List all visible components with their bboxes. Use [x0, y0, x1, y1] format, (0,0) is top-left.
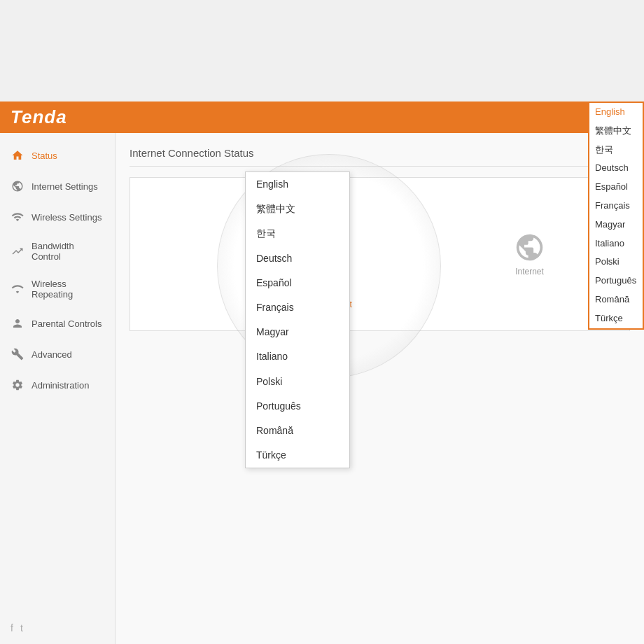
home-icon: [10, 148, 24, 162]
lang-option-romana-top[interactable]: Română: [589, 290, 643, 309]
sidebar-item-internet-settings[interactable]: Internet Settings: [0, 171, 115, 202]
lang-option-turkce-top[interactable]: Türkçe: [589, 309, 643, 328]
lang-option-english-top[interactable]: English: [589, 103, 643, 122]
lang-option-espanol-top[interactable]: Español: [589, 178, 643, 197]
language-dropdown-topright[interactable]: English 繁體中文 한국 Deutsch Español Français…: [588, 102, 644, 330]
lang-option-deutsch-top[interactable]: Deutsch: [589, 159, 643, 178]
lang-center-polski[interactable]: Polski: [246, 370, 349, 394]
sidebar-label-advanced: Advanced: [31, 349, 72, 360]
sidebar-nav: Status Internet Settings Wireless Settin…: [0, 140, 115, 400]
person-icon: [10, 316, 24, 330]
internet-icon-group: Internet: [514, 232, 545, 276]
logo: Tenda: [10, 106, 67, 128]
gear-icon: [10, 378, 24, 392]
sidebar-footer: f t: [0, 612, 115, 644]
content-title: Internet Connection Status: [130, 147, 630, 167]
internet-label: Internet: [515, 267, 544, 276]
lang-center-magyar[interactable]: Magyar: [246, 320, 349, 344]
lang-center-turkce[interactable]: Türkçe: [246, 443, 349, 468]
lang-option-italiano-top[interactable]: Italiano: [589, 234, 643, 253]
sidebar-label-administration: Administration: [31, 380, 89, 391]
sidebar-item-administration[interactable]: Administration: [0, 370, 115, 400]
signal-icon: [10, 282, 24, 296]
lang-option-korean-top[interactable]: 한국: [589, 141, 643, 160]
lang-option-polski-top[interactable]: Polski: [589, 253, 643, 272]
content-area: Internet Connection Status Disconnected …: [115, 133, 644, 644]
globe-internet-icon: [514, 232, 545, 263]
sidebar-item-bandwidth-control[interactable]: Bandwidth Control: [0, 232, 115, 270]
lang-center-espanol[interactable]: Español: [246, 271, 349, 295]
sidebar-label-status: Status: [31, 150, 57, 161]
sidebar-label-bandwidth: Bandwidth Control: [31, 241, 104, 262]
sidebar-label-parental: Parental Controls: [31, 318, 102, 329]
lang-option-magyar-top[interactable]: Magyar: [589, 216, 643, 234]
sidebar-label-repeating: Wireless Repeating: [31, 279, 104, 300]
lang-option-chinese-top[interactable]: 繁體中文: [589, 122, 643, 141]
facebook-icon[interactable]: f: [10, 622, 13, 634]
sidebar-item-status[interactable]: Status: [0, 140, 115, 171]
sidebar: Status Internet Settings Wireless Settin…: [0, 133, 115, 644]
language-dropdown-center[interactable]: English 繁體中文 한국 Deutsch Español Français…: [245, 172, 350, 468]
lang-center-chinese[interactable]: 繁體中文: [246, 197, 349, 221]
lang-center-korean[interactable]: 한국: [246, 221, 349, 246]
lang-center-english[interactable]: English: [246, 172, 349, 197]
status-diagram: Disconnected t cable into it Internet: [130, 177, 630, 331]
chart-icon: [10, 244, 24, 258]
lang-center-portuguese[interactable]: Português: [246, 394, 349, 419]
sidebar-item-advanced[interactable]: Advanced: [0, 339, 115, 370]
sidebar-item-parental-controls[interactable]: Parental Controls: [0, 308, 115, 339]
lang-option-francais-top[interactable]: Français: [589, 197, 643, 216]
lang-center-italiano[interactable]: Italiano: [246, 344, 349, 369]
sidebar-label-wireless: Wireless Settings: [31, 212, 102, 223]
globe-icon: [10, 179, 24, 193]
header: Tenda English ▾: [0, 102, 644, 133]
sidebar-label-internet: Internet Settings: [31, 181, 98, 192]
lang-option-portuguese-top[interactable]: Português: [589, 272, 643, 290]
twitter-icon[interactable]: t: [20, 622, 23, 634]
lang-center-francais[interactable]: Français: [246, 295, 349, 320]
wifi-icon: [10, 210, 24, 224]
sidebar-item-wireless-repeating[interactable]: Wireless Repeating: [0, 270, 115, 308]
sidebar-item-wireless-settings[interactable]: Wireless Settings: [0, 202, 115, 232]
wrench-icon: [10, 347, 24, 361]
lang-center-deutsch[interactable]: Deutsch: [246, 246, 349, 271]
lang-center-romana[interactable]: Română: [246, 419, 349, 443]
main-container: Status Internet Settings Wireless Settin…: [0, 133, 644, 644]
